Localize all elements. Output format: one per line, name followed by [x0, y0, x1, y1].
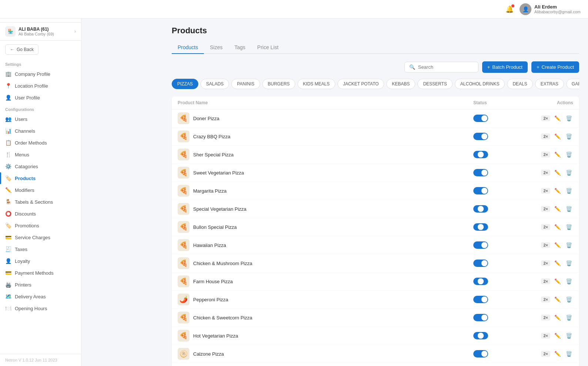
sidebar-item-user-profile[interactable]: 👤 User Profile	[0, 92, 81, 104]
delete-button[interactable]: 🗑️	[565, 259, 573, 267]
sidebar-item-location-profile[interactable]: 📍 Location Profile	[0, 80, 81, 92]
edit-button[interactable]: ✏️	[553, 132, 562, 140]
delete-button[interactable]: 🗑️	[565, 205, 573, 213]
edit-button[interactable]: ✏️	[553, 259, 562, 267]
status-toggle[interactable]	[473, 350, 488, 357]
sidebar-item-discounts[interactable]: ⭕ Discounts	[0, 208, 81, 220]
sidebar-item-menus[interactable]: 🍴 Menus	[0, 149, 81, 160]
size-badge[interactable]: 2×	[541, 242, 550, 248]
edit-button[interactable]: ✏️	[553, 169, 562, 177]
delete-button[interactable]: 🗑️	[565, 332, 573, 340]
edit-button[interactable]: ✏️	[553, 277, 562, 285]
delete-button[interactable]: 🗑️	[565, 223, 573, 231]
store-selector[interactable]: 🏪 ALI BABA (61) Ali Baba Corby (69) ›	[0, 23, 81, 41]
search-input[interactable]	[418, 64, 474, 70]
category-pill-kebabs[interactable]: KEBABS	[386, 79, 415, 89]
edit-button[interactable]: ✏️	[553, 350, 562, 358]
tab-sizes[interactable]: Sizes	[204, 41, 228, 54]
status-toggle[interactable]	[473, 205, 488, 213]
edit-button[interactable]: ✏️	[553, 295, 562, 304]
size-badge[interactable]: 2×	[541, 351, 550, 357]
delete-button[interactable]: 🗑️	[565, 277, 573, 285]
edit-button[interactable]: ✏️	[553, 150, 562, 159]
status-toggle[interactable]	[473, 278, 488, 285]
sidebar-item-payment-methods[interactable]: 💳 Payment Methods	[0, 267, 81, 279]
category-pill-desserts[interactable]: DESSERTS	[417, 79, 452, 89]
sidebar-item-channels[interactable]: 📊 Channels	[0, 125, 81, 137]
size-badge[interactable]: 2×	[541, 206, 550, 212]
create-product-button[interactable]: + Create Product	[531, 61, 579, 73]
size-badge[interactable]: 2×	[541, 224, 550, 230]
category-pill-paninis[interactable]: PANINIS	[231, 79, 260, 89]
status-toggle[interactable]	[473, 223, 488, 231]
tab-price-list[interactable]: Price List	[251, 41, 285, 54]
sidebar-item-service-charges[interactable]: 💳 Service Charges	[0, 231, 81, 243]
size-badge[interactable]: 2×	[541, 170, 550, 176]
sidebar-item-delivery-areas[interactable]: 🗺️ Delivery Areas	[0, 291, 81, 302]
batch-product-button[interactable]: + Batch Product	[482, 61, 528, 73]
category-pill-garlic-bread[interactable]: GARLIC BREAD	[566, 79, 579, 89]
size-badge[interactable]: 2×	[541, 152, 550, 157]
category-pill-burgers[interactable]: BURGERS	[262, 79, 295, 89]
sidebar-item-users[interactable]: 👥 Users	[0, 113, 81, 125]
delete-button[interactable]: 🗑️	[565, 114, 573, 122]
category-pill-pizzas[interactable]: PIZZAS	[172, 79, 198, 89]
delete-button[interactable]: 🗑️	[565, 132, 573, 140]
sidebar-item-tables-sections[interactable]: 🪑 Tabels & Sections	[0, 196, 81, 208]
status-toggle[interactable]	[473, 115, 488, 122]
sidebar-item-categories[interactable]: ⚙️ Catagories	[0, 160, 81, 172]
size-badge[interactable]: 2×	[541, 296, 550, 302]
edit-button[interactable]: ✏️	[553, 187, 562, 195]
tab-products[interactable]: Products	[172, 41, 204, 54]
status-toggle[interactable]	[473, 260, 488, 267]
edit-button[interactable]: ✏️	[553, 114, 562, 122]
size-badge[interactable]: 2×	[541, 333, 550, 339]
category-pill-extras[interactable]: EXTRAS	[535, 79, 564, 89]
category-pill-deals[interactable]: DEALS	[507, 79, 532, 89]
delete-button[interactable]: 🗑️	[565, 350, 573, 358]
sidebar-item-modifiers[interactable]: ✏️ Modifiers	[0, 184, 81, 196]
edit-button[interactable]: ✏️	[553, 241, 562, 249]
status-toggle[interactable]	[473, 187, 488, 194]
category-pill-salads[interactable]: SALADS	[201, 79, 229, 89]
status-toggle[interactable]	[473, 314, 488, 321]
edit-button[interactable]: ✏️	[553, 332, 562, 340]
category-pill-jacket-potato[interactable]: JACKET POTATO	[337, 79, 384, 89]
go-back-button[interactable]: ← Go Back	[5, 44, 38, 55]
size-badge[interactable]: 2×	[541, 115, 550, 121]
delete-button[interactable]: 🗑️	[565, 169, 573, 177]
user-menu[interactable]: 👤 Ali Erdem Alibabacorby@gmail.com	[520, 3, 581, 15]
category-pill-kids-meals[interactable]: KIDS MEALS	[298, 79, 335, 89]
delete-button[interactable]: 🗑️	[565, 187, 573, 195]
status-toggle[interactable]	[473, 332, 488, 339]
size-badge[interactable]: 2×	[541, 315, 550, 321]
discounts-icon: ⭕	[5, 211, 11, 217]
size-badge[interactable]: 2×	[541, 278, 550, 284]
delete-button[interactable]: 🗑️	[565, 295, 573, 304]
status-toggle[interactable]	[473, 133, 488, 140]
tab-tags[interactable]: Tags	[228, 41, 251, 54]
delete-button[interactable]: 🗑️	[565, 241, 573, 249]
edit-button[interactable]: ✏️	[553, 314, 562, 322]
sidebar-item-order-methods[interactable]: 📋 Order Methods	[0, 137, 81, 149]
sidebar-item-company-profile[interactable]: 🏢 Company Profile	[0, 68, 81, 80]
size-badge[interactable]: 2×	[541, 133, 550, 139]
sidebar-item-promotions[interactable]: 🏷️ Promotions	[0, 220, 81, 231]
status-toggle[interactable]	[473, 241, 488, 249]
sidebar-item-opening-hours[interactable]: 🍽️ Opening Hours	[0, 302, 81, 314]
status-toggle[interactable]	[473, 151, 488, 158]
sidebar-item-products[interactable]: 🏷️ Products	[0, 172, 81, 184]
status-toggle[interactable]	[473, 169, 488, 176]
category-pill-alcohol-drinks[interactable]: ALCOHOL DRINKS	[455, 79, 505, 89]
edit-button[interactable]: ✏️	[553, 223, 562, 231]
edit-button[interactable]: ✏️	[553, 205, 562, 213]
sidebar-item-printers[interactable]: 🖨️ Printers	[0, 279, 81, 291]
size-badge[interactable]: 2×	[541, 260, 550, 266]
status-toggle[interactable]	[473, 296, 488, 303]
size-badge[interactable]: 2×	[541, 188, 550, 194]
sidebar-item-loyalty[interactable]: 👤 Loyalty	[0, 255, 81, 267]
delete-button[interactable]: 🗑️	[565, 314, 573, 322]
delete-button[interactable]: 🗑️	[565, 150, 573, 159]
sidebar-item-taxes[interactable]: 🧾 Taxes	[0, 243, 81, 255]
notification-bell[interactable]: 🔔	[505, 5, 514, 13]
